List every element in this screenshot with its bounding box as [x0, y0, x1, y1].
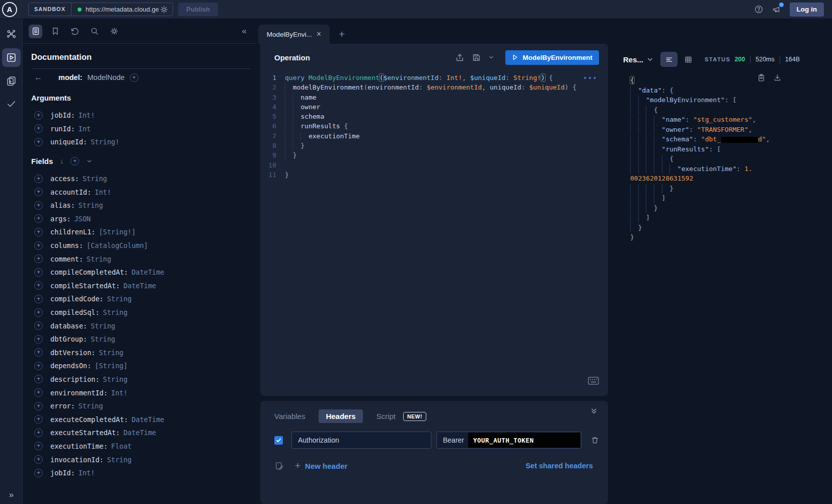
add-field-button[interactable]: + [34, 388, 43, 397]
field-name[interactable]: error: [50, 402, 75, 410]
add-field-button[interactable]: + [34, 455, 43, 464]
add-field-button[interactable]: + [34, 469, 43, 477]
model-type[interactable]: ModelNode [88, 73, 125, 81]
add-field-button[interactable]: + [34, 295, 43, 303]
copy-response-button[interactable] [757, 73, 766, 82]
field-name[interactable]: columns: [50, 241, 83, 249]
save-menu-button[interactable] [488, 54, 494, 60]
add-field-button[interactable]: + [34, 362, 43, 370]
add-all-fields-button[interactable]: + [70, 157, 79, 165]
keyboard-shortcuts-button[interactable] [588, 377, 599, 385]
field-type[interactable]: Int [79, 125, 91, 133]
history-button[interactable] [68, 25, 82, 38]
header-value-input[interactable]: Bearer YOUR_AUTH_TOKEN [436, 432, 581, 449]
download-response-button[interactable] [773, 73, 782, 82]
field-type[interactable]: String [99, 349, 123, 357]
saved-operations-button[interactable] [48, 25, 62, 38]
field-name[interactable]: description: [50, 375, 100, 383]
add-field-button[interactable]: + [34, 201, 43, 210]
field-type[interactable]: Int! [79, 111, 95, 119]
add-field-button[interactable]: + [34, 402, 43, 410]
add-field-button[interactable]: + [34, 348, 43, 357]
add-field-button[interactable]: + [34, 281, 43, 290]
add-field-button[interactable]: + [34, 335, 43, 344]
response-menu-button[interactable] [647, 56, 653, 63]
tab-variables[interactable]: Variables [274, 412, 305, 421]
field-type[interactable]: Float [111, 442, 132, 450]
add-field-button[interactable]: + [34, 175, 43, 183]
field-name[interactable]: accountId: [50, 188, 91, 196]
field-name[interactable]: access: [50, 175, 79, 183]
field-type[interactable]: DateTime [131, 268, 164, 276]
field-name[interactable]: executeCompletedAt: [50, 415, 128, 424]
response-json[interactable]: {"data": {"modelByEnvironment": [{"name"… [630, 75, 832, 242]
field-type[interactable]: [String] [95, 362, 127, 370]
search-button[interactable] [88, 25, 101, 38]
rail-checks-button[interactable] [2, 95, 21, 113]
operation-tab[interactable]: ModelByEnvi... × [258, 25, 330, 44]
field-name[interactable]: environmentId: [50, 389, 108, 397]
add-field-button[interactable]: + [34, 188, 43, 196]
rail-collections-button[interactable] [2, 71, 21, 90]
new-tab-button[interactable]: + [339, 29, 345, 39]
auth-token-value[interactable]: YOUR_AUTH_TOKEN [468, 433, 580, 448]
field-type[interactable]: String [83, 175, 107, 183]
back-arrow-icon[interactable]: ← [34, 73, 42, 82]
field-name[interactable]: executionTime: [50, 442, 108, 450]
field-type[interactable]: String! [91, 138, 119, 146]
field-type[interactable]: String [79, 402, 103, 410]
field-name[interactable]: args: [50, 215, 71, 223]
field-type[interactable]: String [107, 295, 132, 303]
field-name[interactable]: dependsOn: [50, 362, 91, 370]
field-name[interactable]: compileCompletedAt: [50, 268, 128, 276]
field-name[interactable]: compileStartedAt: [50, 282, 120, 290]
publish-button[interactable]: Publish [178, 3, 218, 16]
field-type[interactable]: String [107, 456, 132, 464]
login-button[interactable]: Log in [790, 3, 824, 17]
add-field-button[interactable]: + [34, 268, 43, 277]
add-field-button[interactable]: + [34, 442, 43, 450]
help-button[interactable] [754, 5, 764, 14]
sort-icon[interactable]: ↓ [60, 157, 63, 165]
field-name[interactable]: childrenL1: [50, 228, 95, 236]
run-operation-button[interactable]: ModelByEnvironment [505, 50, 599, 65]
announcements-button[interactable] [772, 5, 782, 15]
close-tab-icon[interactable]: × [317, 30, 321, 39]
field-name[interactable]: jobId: [50, 111, 75, 119]
add-field-button[interactable]: + [34, 321, 43, 330]
field-name[interactable]: alias: [50, 201, 75, 209]
add-field-button[interactable]: + [34, 429, 43, 437]
add-field-button[interactable]: + [34, 138, 43, 146]
rail-expand-button[interactable]: » [0, 490, 23, 500]
endpoint-settings-button[interactable] [160, 5, 169, 14]
field-type[interactable]: String [91, 335, 115, 343]
delete-header-button[interactable] [590, 436, 599, 445]
tab-headers[interactable]: Headers [319, 409, 362, 423]
add-field-button[interactable]: + [34, 214, 43, 223]
field-name[interactable]: invocationId: [50, 456, 104, 464]
field-name[interactable]: executeStartedAt: [50, 429, 120, 437]
chevron-down-icon[interactable] [86, 158, 93, 164]
docs-tab-button[interactable] [29, 25, 42, 38]
add-field-button[interactable]: + [34, 111, 43, 120]
field-type[interactable]: String [79, 201, 103, 209]
save-button[interactable] [472, 53, 481, 62]
header-enabled-checkbox[interactable] [274, 436, 283, 445]
field-type[interactable]: String [103, 308, 128, 316]
collapse-docs-button[interactable]: « [242, 26, 247, 36]
field-type[interactable]: JSON [74, 215, 91, 223]
set-shared-headers-link[interactable]: Set shared headers [525, 462, 593, 470]
field-type[interactable]: Int! [79, 469, 95, 477]
add-field-button[interactable]: + [34, 124, 43, 133]
add-type-button[interactable]: + [130, 73, 138, 82]
field-name[interactable]: jobId: [50, 469, 75, 477]
field-type[interactable]: String [91, 322, 115, 330]
add-field-button[interactable]: + [34, 415, 43, 424]
field-name[interactable]: compiledCode: [50, 295, 104, 303]
rail-explorer-button[interactable] [2, 48, 21, 67]
raw-view-button[interactable] [660, 52, 677, 67]
new-header-button[interactable]: + New header [295, 460, 347, 471]
field-type[interactable]: DateTime [131, 415, 164, 424]
add-field-button[interactable]: + [34, 228, 43, 236]
field-name[interactable]: compiledSql: [50, 308, 100, 316]
